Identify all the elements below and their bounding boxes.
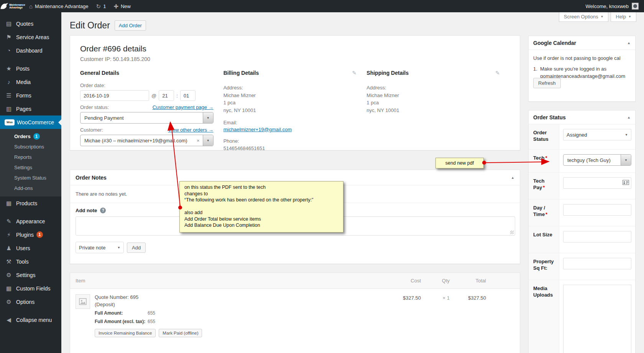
submenu-item-add-ons[interactable]: Add-ons xyxy=(0,183,61,193)
sidebar-item-pages[interactable]: ▥ Pages xyxy=(0,102,61,115)
add-note-button[interactable]: Add xyxy=(127,242,146,253)
item-variant: (Deposit) xyxy=(95,302,384,307)
sidebar-item-custom-fields[interactable]: ▦ Custom Fields xyxy=(0,282,61,295)
customer-payment-page-link[interactable]: Customer payment page → xyxy=(153,104,214,110)
chevron-down-icon: ▼ xyxy=(628,12,631,21)
plus-icon: ✚ xyxy=(113,3,118,9)
collapse-arrow-icon: ◀ xyxy=(5,317,13,323)
billing-email-link[interactable]: michaelmizner+19@gmail.com xyxy=(223,127,292,132)
dashboard-icon: ◔ xyxy=(5,47,13,54)
order-date-input[interactable] xyxy=(80,90,149,101)
sidebar-item-tools[interactable]: ⚒ Tools xyxy=(0,255,61,268)
media-uploads-box[interactable] xyxy=(563,285,631,353)
sidebar-item-users[interactable]: ♟ Users xyxy=(0,241,61,255)
property-sqft-field-label: Property Sq Ft: xyxy=(529,253,559,280)
shipping-address-label: Address: xyxy=(366,84,500,92)
add-order-button[interactable]: Add Order xyxy=(115,20,146,31)
chevron-down-icon: ▼ xyxy=(621,155,631,165)
collapse-toggle-icon[interactable]: ▲ xyxy=(511,176,514,180)
google-calendar-description: Use if order is not passing to google ca… xyxy=(533,55,631,61)
order-minute-input[interactable] xyxy=(180,90,196,101)
view-other-orders-link[interactable]: View other orders → xyxy=(168,127,213,133)
tech-pay-input[interactable] xyxy=(563,177,631,189)
resize-handle[interactable] xyxy=(510,231,514,234)
admin-sidebar: ▤ Quotes ⚑ Service Areas ◔ Dashboard ★ P… xyxy=(0,12,61,353)
submenu-item-settings[interactable]: Settings xyxy=(0,162,61,173)
order-hour-input[interactable] xyxy=(159,90,174,101)
edit-billing-icon[interactable]: ✎ xyxy=(352,70,357,76)
woocommerce-icon: Woo xyxy=(5,119,15,125)
order-details-panel: Order #696 details Customer IP: 50.149.1… xyxy=(70,35,520,150)
help-tab[interactable]: Help ▼ xyxy=(611,12,636,22)
tech-pay-field-label: Tech Pay* xyxy=(529,173,559,199)
order-status-select[interactable]: Pending Payment ▼ xyxy=(80,112,214,124)
sidebar-item-plugins[interactable]: ⚡ Plugins 1 xyxy=(0,228,61,241)
required-asterisk: * xyxy=(545,211,547,217)
order-status-dropdown[interactable]: Assigned ▼ xyxy=(563,129,631,140)
welcome-text[interactable]: Welcome, knoxweb xyxy=(586,3,629,9)
admin-bar-new[interactable]: ✚ New xyxy=(110,0,135,12)
collapse-toggle-icon[interactable]: ▲ xyxy=(627,41,631,45)
submenu-item-system-status[interactable]: System Status xyxy=(0,173,61,183)
sidebar-item-settings[interactable]: ⚙ Settings xyxy=(0,268,61,282)
sidebar-item-forms[interactable]: ☰ Forms xyxy=(0,89,61,102)
sidebar-item-media[interactable]: ♪ Media xyxy=(0,75,61,89)
submenu-item-orders[interactable]: Orders 1 xyxy=(0,131,61,142)
item-meta-label: Full Amount (excl. tax): xyxy=(95,319,148,324)
help-icon[interactable]: ? xyxy=(100,208,106,213)
chevron-down-icon: ▼ xyxy=(203,112,213,123)
required-asterisk: * xyxy=(545,155,547,161)
sidebar-item-posts[interactable]: ★ Posts xyxy=(0,62,61,75)
tech-field-label: Tech* xyxy=(529,150,559,172)
clear-icon[interactable]: × xyxy=(194,138,203,144)
shipping-details-column: Shipping Details ✎ Address: Michae Mizne… xyxy=(366,70,510,152)
item-name[interactable]: Quote Number: 695 xyxy=(95,294,384,300)
sidebar-item-quotes[interactable]: ▤ Quotes xyxy=(0,17,61,30)
collapse-toggle-icon[interactable]: ▲ xyxy=(627,115,631,119)
page-title: Edit Order xyxy=(70,20,110,31)
admin-bar-updates[interactable]: ↻ 1 xyxy=(92,0,110,12)
edit-shipping-icon[interactable]: ✎ xyxy=(495,70,500,76)
avatar-person-icon xyxy=(633,4,637,8)
note-type-select[interactable]: Private note ▼ xyxy=(76,242,124,253)
submenu-item-reports[interactable]: Reports xyxy=(0,152,61,162)
order-status-heading: Order Status xyxy=(533,114,566,120)
sidebar-item-dashboard[interactable]: ◔ Dashboard xyxy=(0,44,61,57)
avatar[interactable] xyxy=(632,3,639,10)
chevron-down-icon: ▼ xyxy=(203,135,213,146)
lot-size-input[interactable] xyxy=(563,231,631,242)
sidebar-item-products[interactable]: ▦ Products xyxy=(0,196,61,210)
admin-bar-site-link[interactable]: ⌂ Maintenance Advantage xyxy=(25,0,92,12)
refresh-button[interactable]: Refresh xyxy=(533,78,561,88)
contact-card-icon[interactable] xyxy=(623,180,629,186)
required-asterisk: * xyxy=(543,185,545,190)
item-meta-label: Full Amount: xyxy=(95,310,148,316)
screen-options-tab[interactable]: Screen Options ▼ xyxy=(559,12,609,22)
invoice-remaining-balance-button[interactable]: Invoice Remaining Balance xyxy=(95,329,156,337)
sidebar-item-options[interactable]: ⚙ Options xyxy=(0,295,61,308)
chevron-down-icon: ▼ xyxy=(117,246,120,249)
site-logo[interactable]: Maintenance Advantage xyxy=(0,0,25,12)
tech-select[interactable]: techguy (Tech Guy) ▼ xyxy=(563,154,631,166)
item-meta-value: 655 xyxy=(148,319,155,324)
order-heading: Order #696 details xyxy=(70,36,520,53)
item-thumbnail xyxy=(76,294,90,309)
day-time-field-label: Day / Time* xyxy=(529,200,559,226)
chevron-down-icon: ▼ xyxy=(625,133,628,137)
day-time-input[interactable] xyxy=(563,204,631,216)
mark-paid-offline-button[interactable]: Mark Paid (offline) xyxy=(159,329,202,337)
customer-select[interactable]: Michae (#30 – michaelmizner+19@gmail.com… xyxy=(80,135,214,146)
sidebar-item-woocommerce[interactable]: Woo WooCommerce xyxy=(0,115,61,129)
shipping-details-heading: Shipping Details xyxy=(366,70,409,76)
sidebar-item-collapse-menu[interactable]: ◀ Collapse menu xyxy=(0,313,61,327)
item-cost: $327.50 xyxy=(384,294,421,301)
admin-content: Screen Options ▼ Help ▼ Edit Order Add O… xyxy=(61,12,644,353)
pushpin-icon: ★ xyxy=(5,65,13,72)
submenu-item-subscriptions[interactable]: Subscriptions xyxy=(0,142,61,152)
property-sqft-input[interactable] xyxy=(563,258,631,269)
time-separator: : xyxy=(176,93,178,99)
sidebar-item-service-areas[interactable]: ⚑ Service Areas xyxy=(0,30,61,44)
items-header-total: Total xyxy=(450,278,486,284)
logo-text-line2: Advantage xyxy=(9,6,25,9)
sidebar-item-appearance[interactable]: ✎ Appearance xyxy=(0,214,61,228)
